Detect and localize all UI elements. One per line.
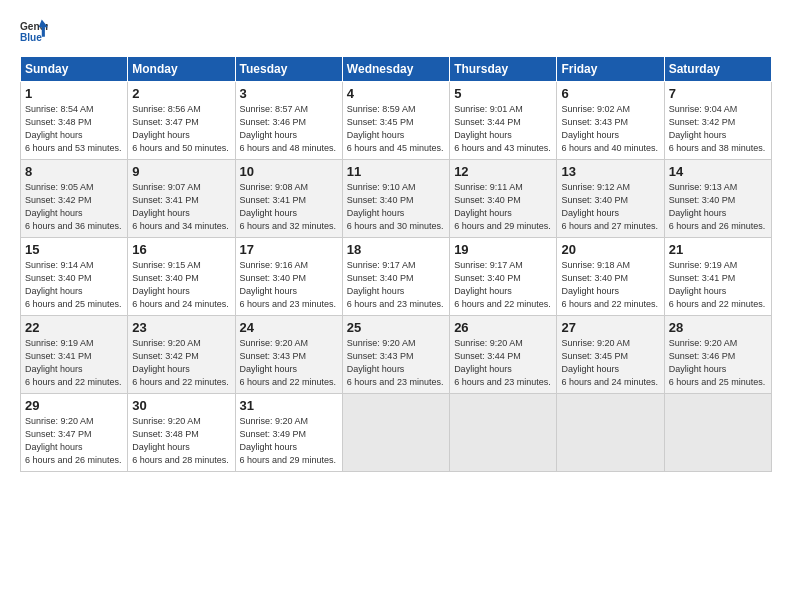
day-info: Sunrise: 9:05 AMSunset: 3:42 PMDaylight … [25,182,122,231]
day-number: 20 [561,242,659,257]
day-number: 18 [347,242,445,257]
day-info: Sunrise: 9:17 AMSunset: 3:40 PMDaylight … [347,260,444,309]
day-number: 3 [240,86,338,101]
calendar-cell [342,394,449,472]
day-info: Sunrise: 9:20 AMSunset: 3:43 PMDaylight … [347,338,444,387]
day-info: Sunrise: 9:18 AMSunset: 3:40 PMDaylight … [561,260,658,309]
day-number: 2 [132,86,230,101]
day-info: Sunrise: 9:16 AMSunset: 3:40 PMDaylight … [240,260,337,309]
calendar-cell: 29Sunrise: 9:20 AMSunset: 3:47 PMDayligh… [21,394,128,472]
day-info: Sunrise: 9:10 AMSunset: 3:40 PMDaylight … [347,182,444,231]
day-number: 7 [669,86,767,101]
page-header: General Blue [20,18,772,46]
day-info: Sunrise: 9:11 AMSunset: 3:40 PMDaylight … [454,182,551,231]
dow-header-friday: Friday [557,57,664,82]
day-info: Sunrise: 9:20 AMSunset: 3:49 PMDaylight … [240,416,337,465]
calendar-cell: 13Sunrise: 9:12 AMSunset: 3:40 PMDayligh… [557,160,664,238]
day-info: Sunrise: 8:54 AMSunset: 3:48 PMDaylight … [25,104,122,153]
calendar-cell: 28Sunrise: 9:20 AMSunset: 3:46 PMDayligh… [664,316,771,394]
calendar-cell: 6Sunrise: 9:02 AMSunset: 3:43 PMDaylight… [557,82,664,160]
day-info: Sunrise: 9:08 AMSunset: 3:41 PMDaylight … [240,182,337,231]
day-info: Sunrise: 9:20 AMSunset: 3:42 PMDaylight … [132,338,229,387]
calendar-cell: 30Sunrise: 9:20 AMSunset: 3:48 PMDayligh… [128,394,235,472]
day-info: Sunrise: 9:20 AMSunset: 3:45 PMDaylight … [561,338,658,387]
logo: General Blue [20,18,48,46]
calendar-cell: 24Sunrise: 9:20 AMSunset: 3:43 PMDayligh… [235,316,342,394]
day-number: 12 [454,164,552,179]
day-info: Sunrise: 9:17 AMSunset: 3:40 PMDaylight … [454,260,551,309]
dow-header-sunday: Sunday [21,57,128,82]
day-number: 15 [25,242,123,257]
day-number: 23 [132,320,230,335]
calendar-cell: 21Sunrise: 9:19 AMSunset: 3:41 PMDayligh… [664,238,771,316]
calendar-cell: 17Sunrise: 9:16 AMSunset: 3:40 PMDayligh… [235,238,342,316]
day-info: Sunrise: 8:59 AMSunset: 3:45 PMDaylight … [347,104,444,153]
calendar-cell: 8Sunrise: 9:05 AMSunset: 3:42 PMDaylight… [21,160,128,238]
dow-header-monday: Monday [128,57,235,82]
calendar-cell: 20Sunrise: 9:18 AMSunset: 3:40 PMDayligh… [557,238,664,316]
calendar-cell: 12Sunrise: 9:11 AMSunset: 3:40 PMDayligh… [450,160,557,238]
dow-header-tuesday: Tuesday [235,57,342,82]
calendar-cell: 11Sunrise: 9:10 AMSunset: 3:40 PMDayligh… [342,160,449,238]
calendar-cell: 1Sunrise: 8:54 AMSunset: 3:48 PMDaylight… [21,82,128,160]
day-info: Sunrise: 9:04 AMSunset: 3:42 PMDaylight … [669,104,766,153]
calendar-cell: 19Sunrise: 9:17 AMSunset: 3:40 PMDayligh… [450,238,557,316]
calendar-cell: 7Sunrise: 9:04 AMSunset: 3:42 PMDaylight… [664,82,771,160]
calendar-cell: 2Sunrise: 8:56 AMSunset: 3:47 PMDaylight… [128,82,235,160]
calendar-cell: 15Sunrise: 9:14 AMSunset: 3:40 PMDayligh… [21,238,128,316]
day-info: Sunrise: 9:07 AMSunset: 3:41 PMDaylight … [132,182,229,231]
day-number: 25 [347,320,445,335]
day-number: 19 [454,242,552,257]
calendar-cell: 31Sunrise: 9:20 AMSunset: 3:49 PMDayligh… [235,394,342,472]
calendar-cell: 14Sunrise: 9:13 AMSunset: 3:40 PMDayligh… [664,160,771,238]
calendar-cell: 3Sunrise: 8:57 AMSunset: 3:46 PMDaylight… [235,82,342,160]
day-info: Sunrise: 9:20 AMSunset: 3:48 PMDaylight … [132,416,229,465]
day-number: 6 [561,86,659,101]
calendar-cell [557,394,664,472]
calendar-cell: 23Sunrise: 9:20 AMSunset: 3:42 PMDayligh… [128,316,235,394]
calendar-cell: 27Sunrise: 9:20 AMSunset: 3:45 PMDayligh… [557,316,664,394]
calendar-cell: 10Sunrise: 9:08 AMSunset: 3:41 PMDayligh… [235,160,342,238]
day-number: 28 [669,320,767,335]
day-number: 13 [561,164,659,179]
day-number: 1 [25,86,123,101]
calendar-cell: 18Sunrise: 9:17 AMSunset: 3:40 PMDayligh… [342,238,449,316]
day-number: 9 [132,164,230,179]
day-info: Sunrise: 9:12 AMSunset: 3:40 PMDaylight … [561,182,658,231]
day-number: 11 [347,164,445,179]
calendar-cell: 16Sunrise: 9:15 AMSunset: 3:40 PMDayligh… [128,238,235,316]
dow-header-saturday: Saturday [664,57,771,82]
day-info: Sunrise: 9:01 AMSunset: 3:44 PMDaylight … [454,104,551,153]
day-info: Sunrise: 9:20 AMSunset: 3:44 PMDaylight … [454,338,551,387]
calendar-cell: 26Sunrise: 9:20 AMSunset: 3:44 PMDayligh… [450,316,557,394]
calendar-cell: 9Sunrise: 9:07 AMSunset: 3:41 PMDaylight… [128,160,235,238]
calendar-cell: 22Sunrise: 9:19 AMSunset: 3:41 PMDayligh… [21,316,128,394]
day-number: 8 [25,164,123,179]
day-number: 4 [347,86,445,101]
day-info: Sunrise: 9:13 AMSunset: 3:40 PMDaylight … [669,182,766,231]
day-info: Sunrise: 9:20 AMSunset: 3:43 PMDaylight … [240,338,337,387]
logo-icon: General Blue [20,18,48,46]
day-info: Sunrise: 9:14 AMSunset: 3:40 PMDaylight … [25,260,122,309]
day-number: 29 [25,398,123,413]
calendar-cell: 5Sunrise: 9:01 AMSunset: 3:44 PMDaylight… [450,82,557,160]
calendar-cell: 25Sunrise: 9:20 AMSunset: 3:43 PMDayligh… [342,316,449,394]
day-number: 31 [240,398,338,413]
day-number: 5 [454,86,552,101]
day-info: Sunrise: 9:02 AMSunset: 3:43 PMDaylight … [561,104,658,153]
day-info: Sunrise: 9:15 AMSunset: 3:40 PMDaylight … [132,260,229,309]
calendar-cell: 4Sunrise: 8:59 AMSunset: 3:45 PMDaylight… [342,82,449,160]
day-number: 30 [132,398,230,413]
day-info: Sunrise: 8:56 AMSunset: 3:47 PMDaylight … [132,104,229,153]
calendar-table: SundayMondayTuesdayWednesdayThursdayFrid… [20,56,772,472]
calendar-cell [664,394,771,472]
day-number: 26 [454,320,552,335]
day-info: Sunrise: 9:19 AMSunset: 3:41 PMDaylight … [669,260,766,309]
day-number: 17 [240,242,338,257]
day-number: 10 [240,164,338,179]
day-number: 27 [561,320,659,335]
day-info: Sunrise: 9:20 AMSunset: 3:46 PMDaylight … [669,338,766,387]
day-number: 24 [240,320,338,335]
day-info: Sunrise: 8:57 AMSunset: 3:46 PMDaylight … [240,104,337,153]
day-number: 21 [669,242,767,257]
